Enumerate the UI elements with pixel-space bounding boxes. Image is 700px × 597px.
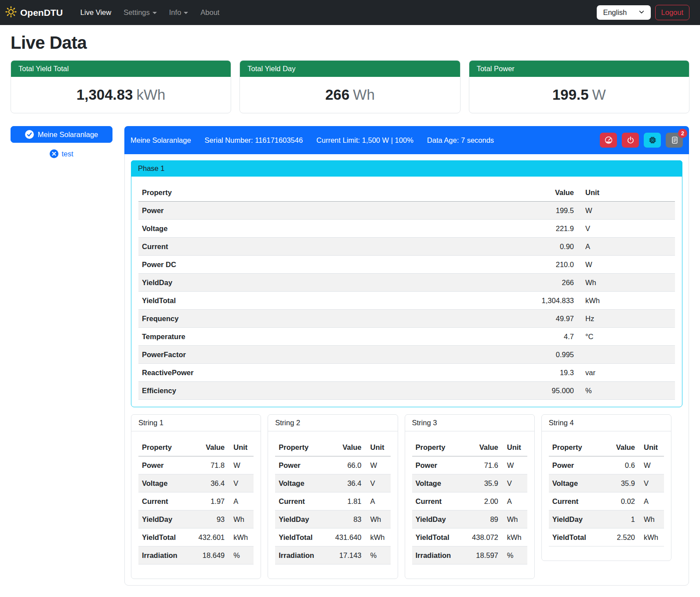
summary-card-total-yield-total: Total Yield Total 1,304.83kWh bbox=[11, 60, 231, 113]
value-cell: 0.6 bbox=[604, 456, 638, 474]
property-cell: YieldDay bbox=[138, 274, 401, 292]
string-card-body: Property Value Unit Power0.6WVoltage35.9… bbox=[542, 431, 671, 561]
unit-cell: Wh bbox=[365, 510, 391, 528]
table-header-row: Property Value Unit bbox=[138, 184, 675, 202]
unit-cell: W bbox=[577, 256, 675, 274]
language-select-value: English bbox=[603, 8, 627, 17]
unit-cell: kWh bbox=[228, 528, 254, 546]
inverter-actions: 2 bbox=[600, 133, 683, 148]
inverter-sidebar: Meine Solaranlage test bbox=[11, 126, 112, 158]
table-header-row: Property Value Unit bbox=[138, 438, 254, 456]
value-cell: 35.9 bbox=[604, 474, 638, 492]
unit-cell: A bbox=[577, 238, 675, 256]
column-header-unit: Unit bbox=[502, 438, 527, 456]
summary-card-total-power: Total Power 199.5W bbox=[469, 60, 689, 113]
string-table: Property Value Unit Power0.6WVoltage35.9… bbox=[549, 438, 664, 546]
unit-cell: W bbox=[577, 202, 675, 220]
column-header-property: Property bbox=[138, 184, 401, 202]
nav-item-about[interactable]: About bbox=[195, 5, 225, 20]
summary-card-title: Total Power bbox=[469, 61, 689, 77]
table-row: YieldDay266Wh bbox=[138, 274, 675, 292]
value-cell: 199.5 bbox=[401, 202, 577, 220]
summary-card-body: 266Wh bbox=[240, 77, 460, 113]
property-cell: Temperature bbox=[138, 328, 401, 346]
table-row: Efficiency95.000% bbox=[138, 382, 675, 400]
summary-card-title: Total Yield Total bbox=[11, 61, 231, 77]
inverter-selected-button[interactable]: Meine Solaranlage bbox=[11, 126, 112, 143]
unit-cell: kWh bbox=[502, 528, 527, 546]
property-cell: YieldDay bbox=[549, 510, 604, 528]
logout-button[interactable]: Logout bbox=[655, 5, 689, 20]
value-cell: 83 bbox=[326, 510, 365, 528]
restart-button[interactable] bbox=[644, 133, 661, 148]
property-cell: Irradiation bbox=[275, 546, 326, 564]
limit-settings-button[interactable] bbox=[600, 133, 617, 148]
power-button[interactable] bbox=[622, 133, 639, 148]
chevron-down-icon bbox=[638, 8, 645, 17]
unit-cell: Wh bbox=[502, 510, 527, 528]
inverter-item-test[interactable]: test bbox=[11, 149, 112, 158]
property-cell: Power bbox=[138, 456, 189, 474]
unit-cell: W bbox=[228, 456, 254, 474]
string-card-title: String 3 bbox=[405, 415, 534, 431]
unit-cell: °C bbox=[577, 328, 675, 346]
inverter-serial: Serial Number: 116171603546 bbox=[205, 136, 303, 145]
event-log-button[interactable]: 2 bbox=[666, 133, 683, 148]
string-card-3: String 3 Property Value Unit bbox=[405, 414, 535, 579]
unit-cell: V bbox=[365, 474, 391, 492]
event-count-badge: 2 bbox=[678, 129, 687, 138]
unit-cell: V bbox=[228, 474, 254, 492]
strings-row: String 1 Property Value Unit bbox=[131, 414, 671, 579]
string-card-body: Property Value Unit Power71.6WVoltage35.… bbox=[405, 431, 534, 579]
value-cell: 36.4 bbox=[189, 474, 228, 492]
property-cell: YieldTotal bbox=[275, 528, 326, 546]
property-cell: YieldTotal bbox=[549, 528, 604, 546]
string-table: Property Value Unit Power66.0WVoltage36.… bbox=[275, 438, 390, 564]
table-row: Power0.6W bbox=[549, 456, 664, 474]
inverter-item-label: test bbox=[62, 150, 73, 158]
summary-card-total-yield-day: Total Yield Day 266Wh bbox=[239, 60, 460, 113]
nav-item-settings[interactable]: Settings bbox=[118, 5, 162, 20]
property-cell: Irradiation bbox=[138, 546, 189, 564]
column-header-value: Value bbox=[401, 184, 577, 202]
string-card-title: String 2 bbox=[268, 415, 397, 431]
summary-card-body: 1,304.83kWh bbox=[11, 77, 231, 113]
table-row: Voltage221.9V bbox=[138, 220, 675, 238]
nav-item-info[interactable]: Info bbox=[164, 5, 194, 20]
property-cell: Voltage bbox=[549, 474, 604, 492]
string-card-4: String 4 Property Value Unit bbox=[541, 414, 671, 561]
table-row: Voltage35.9V bbox=[549, 474, 664, 492]
brand[interactable]: OpenDTU bbox=[5, 6, 63, 19]
speedometer-icon bbox=[605, 136, 613, 144]
unit-cell: % bbox=[365, 546, 391, 564]
page-title: Live Data bbox=[11, 33, 689, 53]
table-row: Irradiation17.143% bbox=[275, 546, 390, 564]
language-select[interactable]: English bbox=[597, 5, 650, 20]
value-cell: 95.000 bbox=[401, 382, 577, 400]
table-row: Power71.8W bbox=[138, 456, 254, 474]
unit-cell: var bbox=[577, 364, 675, 382]
top-navbar: OpenDTU Live View Settings Info About En… bbox=[0, 0, 700, 25]
string-card-1: String 1 Property Value Unit bbox=[131, 414, 261, 579]
unit-cell: Wh bbox=[577, 274, 675, 292]
table-row: Current1.97A bbox=[138, 492, 254, 510]
property-cell: YieldTotal bbox=[138, 528, 189, 546]
property-cell: ReactivePower bbox=[138, 364, 401, 382]
property-cell: YieldDay bbox=[412, 510, 463, 528]
table-row: YieldDay1Wh bbox=[549, 510, 664, 528]
property-cell: Power bbox=[412, 456, 463, 474]
string-card-title: String 4 bbox=[542, 415, 671, 431]
unit-cell: W bbox=[502, 456, 527, 474]
value-cell: 432.601 bbox=[189, 528, 228, 546]
property-cell: Irradiation bbox=[412, 546, 463, 564]
unit-cell: W bbox=[365, 456, 391, 474]
value-cell: 17.143 bbox=[326, 546, 365, 564]
summary-unit: Wh bbox=[353, 87, 375, 103]
property-cell: Power bbox=[138, 202, 401, 220]
value-cell: 71.6 bbox=[462, 456, 502, 474]
unit-cell: kWh bbox=[365, 528, 391, 546]
table-row: Irradiation18.597% bbox=[412, 546, 527, 564]
nav-item-live-view[interactable]: Live View bbox=[75, 5, 116, 20]
value-cell: 36.4 bbox=[326, 474, 365, 492]
value-cell: 4.7 bbox=[401, 328, 577, 346]
